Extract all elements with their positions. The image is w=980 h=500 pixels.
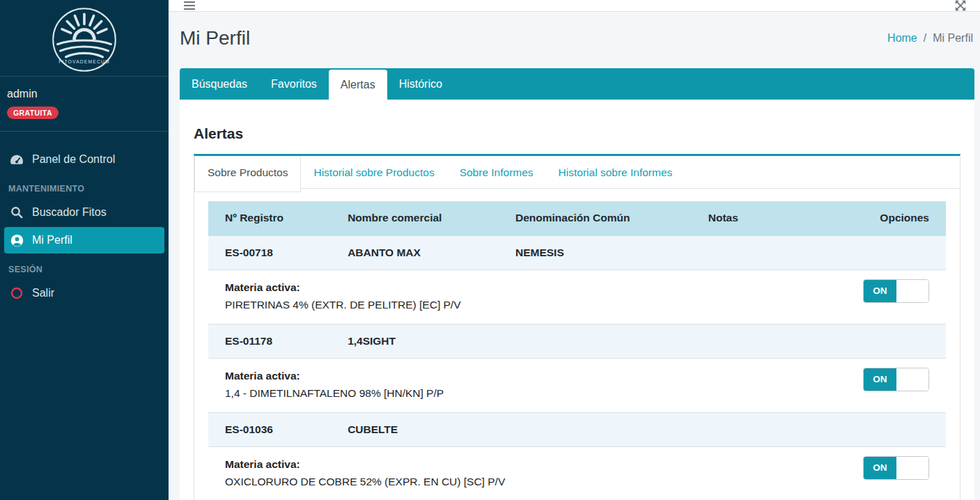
registro-cell: ES-01178 <box>208 324 331 358</box>
sidebar: FITOVADEMECUM admin GRATUITA Panel de Co… <box>0 0 169 500</box>
alerts-subtabs: Sobre Productos Historial sobre Producto… <box>194 156 960 189</box>
alert-toggle[interactable]: ON <box>863 368 929 391</box>
tab-favoritos[interactable]: Favoritos <box>259 68 329 100</box>
opciones-cell: ON <box>846 446 946 500</box>
search-icon <box>8 206 25 219</box>
sidebar-section-mantenimiento: MANTENIMIENTO <box>0 173 169 198</box>
subtab-sobre-informes[interactable]: Sobre Informes <box>447 156 546 189</box>
toggle-on-label: ON <box>864 280 896 302</box>
toggle-on-label: ON <box>864 457 896 479</box>
expand-arrows-icon <box>955 0 966 11</box>
alert-toggle[interactable]: ON <box>863 456 929 480</box>
opciones-cell <box>846 412 946 446</box>
notas-cell <box>692 412 846 446</box>
table-row-materia: Materia activa: OXICLORURO DE COBRE 52% … <box>208 446 946 500</box>
sidebar-item-label: Salir <box>32 287 54 299</box>
breadcrumb-current: Mi Perfil <box>933 32 973 45</box>
user-panel: admin GRATUITA <box>0 77 169 132</box>
table-row-materia: Materia activa: PIRETRINAS 4% (EXTR. DE … <box>208 269 946 324</box>
nombre-comercial-cell: 1,4SIGHT <box>331 324 499 358</box>
alerts-table: Nº Registro Nombre comercial Denominació… <box>208 201 946 500</box>
toggle-knob[interactable] <box>896 280 929 302</box>
fitovademecum-logo-icon: FITOVADEMECUM <box>51 6 118 73</box>
tab-alertas[interactable]: Alertas <box>329 70 387 104</box>
registro-cell: ES-01036 <box>208 412 331 446</box>
page-title: Mi Perfil <box>180 27 250 49</box>
table-row-product: ES-01036 CUBELTE <box>208 412 946 446</box>
circle-outline-icon <box>8 287 25 299</box>
topbar <box>169 0 980 12</box>
nombre-comercial-cell: ABANTO MAX <box>331 235 499 269</box>
sidebar-item-label: Buscador Fitos <box>32 206 107 219</box>
sidebar-item-salir[interactable]: Salir <box>4 280 164 306</box>
logo-text: FITOVADEMECUM <box>59 58 110 63</box>
materia-cell: Materia activa: OXICLORURO DE COBRE 52% … <box>208 446 846 500</box>
notas-cell <box>692 235 846 269</box>
plan-badge: GRATUITA <box>7 107 59 119</box>
tab-content: Alertas Sobre Productos Historial sobre … <box>180 100 974 500</box>
subtab-sobre-productos[interactable]: Sobre Productos <box>194 156 301 192</box>
alert-toggle[interactable]: ON <box>863 279 929 303</box>
column-header: Nombre comercial <box>331 201 499 235</box>
denominacion-comun-cell <box>499 324 692 358</box>
materia-cell: Materia activa: 1,4 - DIMETILNAFTALENO 9… <box>208 358 846 412</box>
notas-cell <box>692 324 846 358</box>
materia-cell: Materia activa: PIRETRINAS 4% (EXTR. DE … <box>208 269 846 324</box>
fullscreen-button[interactable] <box>955 0 966 11</box>
hamburger-icon <box>184 1 195 10</box>
breadcrumb-separator: / <box>924 32 926 45</box>
nombre-comercial-cell: CUBELTE <box>331 412 499 446</box>
denominacion-comun-cell <box>499 412 692 446</box>
sidebar-nav: Panel de Control MANTENIMIENTO Buscador … <box>0 132 169 307</box>
profile-tabbar: Búsquedas Favoritos Alertas Histórico <box>180 68 974 100</box>
column-header: Opciones <box>846 201 946 235</box>
sidebar-item-label: Mi Perfil <box>32 234 72 247</box>
content-area: Mi Perfil Home / Mi Perfil Búsquedas Fav… <box>169 12 980 500</box>
tab-busquedas[interactable]: Búsquedas <box>180 68 259 100</box>
toggle-on-label: ON <box>864 368 896 391</box>
materia-activa-label: Materia activa: <box>225 456 830 472</box>
registro-cell: ES-00718 <box>208 235 331 269</box>
brand-logo[interactable]: FITOVADEMECUM <box>0 0 169 77</box>
column-header: Nº Registro <box>208 201 331 235</box>
breadcrumb: Home / Mi Perfil <box>887 32 974 45</box>
materia-activa-value: OXICLORURO DE COBRE 52% (EXPR. EN CU) [S… <box>225 474 830 490</box>
breadcrumb-home-link[interactable]: Home <box>887 32 917 45</box>
table-row-product: ES-01178 1,4SIGHT <box>208 324 946 358</box>
column-header: Denominación Común <box>499 201 692 235</box>
opciones-cell: ON <box>846 358 946 412</box>
tab-historico[interactable]: Histórico <box>387 68 454 100</box>
sidebar-item-mi-perfil[interactable]: Mi Perfil <box>4 227 164 253</box>
sidebar-toggle-button[interactable] <box>184 1 195 10</box>
materia-activa-value: PIRETRINAS 4% (EXTR. DE PELITRE) [EC] P/… <box>225 297 830 313</box>
content-header: Mi Perfil Home / Mi Perfil <box>180 12 974 68</box>
denominacion-comun-cell: NEMESIS <box>499 235 692 269</box>
table-row-materia: Materia activa: 1,4 - DIMETILNAFTALENO 9… <box>208 358 946 412</box>
column-header: Notas <box>692 201 846 235</box>
materia-activa-label: Materia activa: <box>225 279 830 295</box>
username: admin <box>7 88 162 100</box>
sidebar-item-buscador-fitos[interactable]: Buscador Fitos <box>4 199 164 226</box>
materia-activa-label: Materia activa: <box>225 368 830 384</box>
alerts-card-body: Nº Registro Nombre comercial Denominació… <box>194 189 960 500</box>
profile-card: Búsquedas Favoritos Alertas Histórico Al… <box>180 68 974 500</box>
opciones-cell <box>846 235 946 269</box>
tachometer-icon <box>8 154 25 166</box>
alerts-card: Sobre Productos Historial sobre Producto… <box>194 154 960 500</box>
sidebar-item-panel-de-control[interactable]: Panel de Control <box>4 146 164 173</box>
table-header-row: Nº Registro Nombre comercial Denominació… <box>208 201 946 235</box>
opciones-cell: ON <box>846 269 946 324</box>
toggle-knob[interactable] <box>896 368 929 391</box>
materia-activa-value: 1,4 - DIMETILNAFTALENO 98% [HN/KN] P/P <box>225 385 830 401</box>
alerts-heading: Alertas <box>194 125 960 142</box>
subtab-historial-sobre-informes[interactable]: Historial sobre Informes <box>546 156 685 189</box>
toggle-knob[interactable] <box>896 457 929 479</box>
table-row-product: ES-00718 ABANTO MAX NEMESIS <box>208 235 946 269</box>
main-area: Mi Perfil Home / Mi Perfil Búsquedas Fav… <box>169 0 980 500</box>
sidebar-section-sesion: SESIÓN <box>0 254 169 279</box>
sidebar-item-label: Panel de Control <box>32 153 115 166</box>
user-circle-icon <box>8 234 25 247</box>
subtab-historial-sobre-productos[interactable]: Historial sobre Productos <box>301 156 446 189</box>
opciones-cell <box>846 324 946 358</box>
